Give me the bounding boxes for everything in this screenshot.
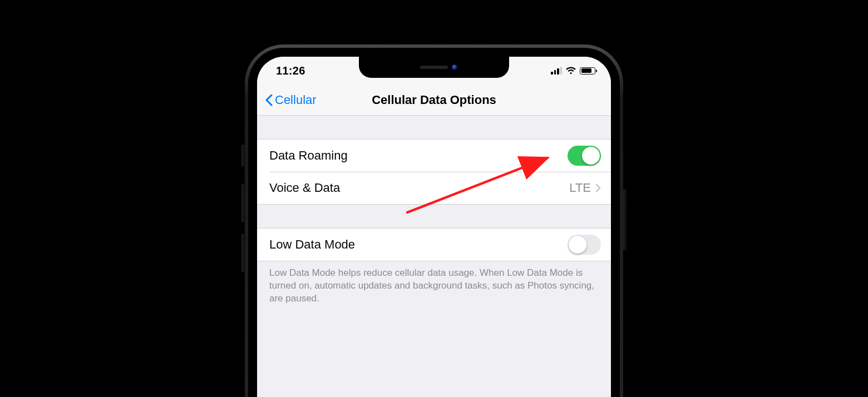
row-data-roaming[interactable]: Data Roaming	[257, 140, 611, 172]
row-label: Data Roaming	[269, 148, 348, 163]
front-camera	[452, 64, 457, 70]
back-button[interactable]: Cellular	[262, 85, 320, 115]
group-footer-text: Low Data Mode helps reduce cellular data…	[257, 261, 611, 316]
row-label: Voice & Data	[269, 181, 340, 195]
cellular-signal-icon	[551, 67, 562, 75]
settings-group-1: Data Roaming Voice & Data LTE	[257, 139, 611, 205]
chevron-right-icon	[595, 183, 601, 192]
battery-icon	[580, 67, 595, 75]
status-time: 11:26	[276, 64, 305, 77]
row-low-data-mode[interactable]: Low Data Mode	[257, 229, 611, 261]
page-title: Cellular Data Options	[372, 93, 496, 107]
phone-frame: 11:26	[245, 44, 623, 397]
low-data-mode-toggle[interactable]	[568, 235, 601, 255]
row-label: Low Data Mode	[269, 237, 355, 252]
settings-content: Data Roaming Voice & Data LTE	[257, 116, 611, 316]
phone-screen: 11:26	[257, 57, 611, 397]
back-label: Cellular	[275, 93, 317, 107]
earpiece	[420, 66, 448, 69]
navigation-bar: Cellular Cellular Data Options	[257, 85, 611, 116]
settings-group-2: Low Data Mode	[257, 228, 611, 261]
data-roaming-toggle[interactable]	[568, 146, 601, 166]
row-detail-value: LTE	[569, 181, 591, 195]
row-voice-and-data[interactable]: Voice & Data LTE	[257, 172, 611, 204]
phone-power-button	[623, 189, 627, 250]
chevron-left-icon	[265, 94, 273, 106]
wifi-icon	[565, 67, 576, 75]
phone-notch	[359, 57, 509, 78]
